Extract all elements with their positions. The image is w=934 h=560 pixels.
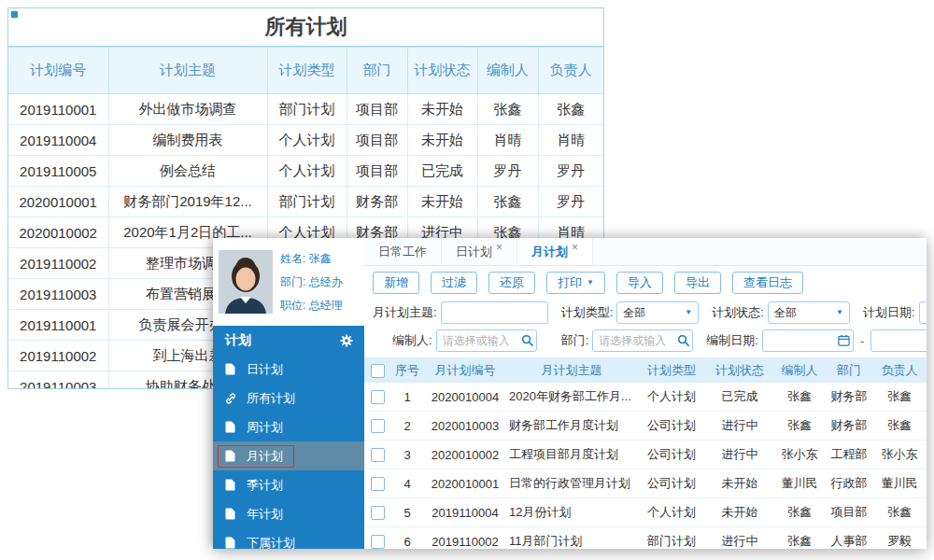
row-checkbox[interactable]	[371, 535, 385, 549]
created-date-end-input[interactable]	[870, 329, 927, 352]
cell-owner[interactable]: 张鑫	[872, 383, 927, 412]
chevron-down-icon: ▼	[685, 309, 692, 316]
sidebar-item-label: 所有计划	[247, 390, 295, 407]
cell-subject[interactable]: 2020年财务部工作月...	[506, 383, 637, 412]
monthly-plan-table: 序号月计划编号月计划主题计划类型计划状态编制人部门负责人 12020010004…	[364, 357, 927, 549]
chevron-down-icon: ▼	[836, 309, 843, 316]
sidebar-item-subordinate-plans[interactable]: 下属计划	[213, 528, 364, 549]
cell-owner[interactable]: 董川民	[872, 469, 927, 498]
table-cell: 肖晴	[477, 125, 538, 156]
cell-no: 2	[390, 412, 424, 441]
cell-no: 6	[390, 527, 424, 550]
cell-type: 公司计划	[637, 441, 706, 469]
table-cell: 罗丹	[477, 156, 538, 187]
cell-creator[interactable]: 董川民	[773, 469, 826, 498]
filter-button[interactable]: 过滤	[431, 272, 477, 294]
cell-creator[interactable]: 张小东	[773, 441, 826, 469]
cell-creator[interactable]: 张鑫	[773, 412, 826, 441]
cell-subject[interactable]: 财务部工作月度计划	[506, 412, 637, 441]
cell-owner[interactable]: 张鑫	[872, 498, 927, 527]
cell-creator[interactable]: 张鑫	[773, 498, 826, 527]
search-icon[interactable]	[521, 334, 533, 346]
cell-owner[interactable]: 张鑫	[872, 412, 927, 441]
type-filter-select[interactable]: 全部 ▼	[616, 301, 699, 324]
file-icon	[225, 479, 238, 491]
calendar-icon[interactable]	[838, 334, 850, 346]
table-row: 22020010003财务部工作月度计划公司计划进行中张鑫财务部张鑫	[364, 412, 927, 441]
filter-row-2: 编制人: 部门: 编制日期:	[364, 327, 927, 355]
status-filter-value: 全部	[774, 305, 797, 321]
cell-type: 个人计划	[637, 383, 706, 412]
cell-status: 未开始	[706, 498, 773, 527]
close-icon[interactable]: ×	[496, 241, 502, 254]
cell-creator[interactable]: 张鑫	[773, 527, 826, 550]
table-row: 6201911000211月部门计划部门计划进行中张鑫人事部罗毅	[364, 527, 927, 550]
cell-id[interactable]: 2020010001	[424, 469, 506, 498]
tab-monthly-plan[interactable]: 月计划×	[517, 238, 593, 265]
sidebar-item-label: 月计划	[247, 448, 283, 465]
plan-date-input[interactable]	[919, 301, 927, 324]
subject-filter-input[interactable]	[441, 301, 548, 324]
cell-id[interactable]: 2019110004	[424, 498, 506, 527]
sidebar-item-all-plans[interactable]: 所有计划	[213, 384, 364, 413]
row-checkbox[interactable]	[371, 506, 385, 520]
table-cell: 罗丹	[538, 156, 603, 187]
cell-id[interactable]: 2019110002	[424, 527, 506, 550]
sidebar-menu: 日计划所有计划周计划月计划季计划年计划下属计划	[213, 355, 364, 549]
status-filter-select[interactable]: 全部 ▼	[768, 301, 850, 324]
corner-decoration	[11, 11, 18, 18]
cell-creator[interactable]: 张鑫	[773, 383, 826, 412]
gear-icon[interactable]	[340, 334, 353, 347]
tab-daily-work[interactable]: 日常工作	[364, 238, 442, 265]
date-range-separator: -	[860, 334, 864, 348]
search-icon[interactable]	[677, 334, 689, 346]
table-cell: 项目部	[347, 156, 407, 187]
sidebar-item-quarterly-plan[interactable]: 季计划	[213, 470, 364, 499]
subject-filter-label: 月计划主题:	[373, 304, 437, 321]
view-logs-button[interactable]: 查看日志	[732, 272, 803, 294]
profile-department: 部门: 总经办	[280, 274, 343, 290]
profile-name: 姓名: 张鑫	[280, 251, 343, 267]
column-header: 部门	[347, 48, 407, 94]
cell-status: 进行中	[706, 441, 773, 469]
select-all-checkbox[interactable]	[371, 364, 385, 378]
add-button[interactable]: 新增	[373, 272, 419, 294]
close-icon[interactable]: ×	[572, 241, 578, 254]
table-cell: 项目部	[347, 125, 407, 156]
cell-owner[interactable]: 张小东	[872, 441, 927, 469]
button-label: 还原	[500, 274, 524, 291]
cell-dept: 行政部	[826, 469, 872, 498]
sidebar-item-weekly-plan[interactable]: 周计划	[213, 413, 364, 441]
cell-status: 已完成	[706, 383, 773, 412]
sidebar-item-monthly-plan[interactable]: 月计划	[213, 441, 364, 470]
created-date-filter-label: 编制日期:	[706, 332, 758, 349]
sidebar-item-daily-plan[interactable]: 日计划	[213, 355, 364, 384]
cell-id[interactable]: 2020010002	[424, 441, 506, 469]
table-row: 42020010001日常的行政管理月计划公司计划未开始董川民行政部董川民	[364, 469, 927, 498]
cell-subject[interactable]: 日常的行政管理月计划	[506, 469, 637, 498]
row-checkbox[interactable]	[371, 419, 385, 433]
cell-dept: 项目部	[826, 498, 872, 527]
cell-status: 进行中	[706, 412, 773, 441]
restore-button[interactable]: 还原	[488, 272, 535, 294]
row-checkbox[interactable]	[371, 477, 385, 491]
cell-id[interactable]: 2020010003	[424, 412, 506, 441]
cell-subject[interactable]: 12月份计划	[506, 498, 637, 527]
checkbox-cell	[364, 498, 390, 527]
created-date-start	[762, 329, 854, 352]
row-checkbox[interactable]	[371, 448, 385, 462]
tab-daily-plan[interactable]: 日计划×	[442, 238, 517, 265]
cell-subject[interactable]: 11月部门计划	[506, 527, 637, 550]
table-cell: 2019110004	[8, 125, 108, 156]
plan-module-window: 姓名: 张鑫 部门: 总经办 职位: 总经理 计划 日计划所有计划周计划月计划季…	[213, 238, 927, 549]
button-label: 打印	[558, 274, 582, 291]
print-button[interactable]: 打印▼	[546, 272, 605, 294]
table-row: 2020010001财务部门2019年12...部门计划财务部未开始张鑫罗丹	[8, 187, 603, 217]
import-button[interactable]: 导入	[616, 272, 663, 294]
sidebar-item-yearly-plan[interactable]: 年计划	[213, 499, 364, 528]
cell-owner[interactable]: 罗毅	[872, 527, 927, 550]
cell-subject[interactable]: 工程项目部月度计划	[506, 441, 637, 469]
row-checkbox[interactable]	[371, 390, 385, 404]
cell-id[interactable]: 2020010004	[424, 383, 506, 412]
export-button[interactable]: 导出	[674, 272, 721, 294]
